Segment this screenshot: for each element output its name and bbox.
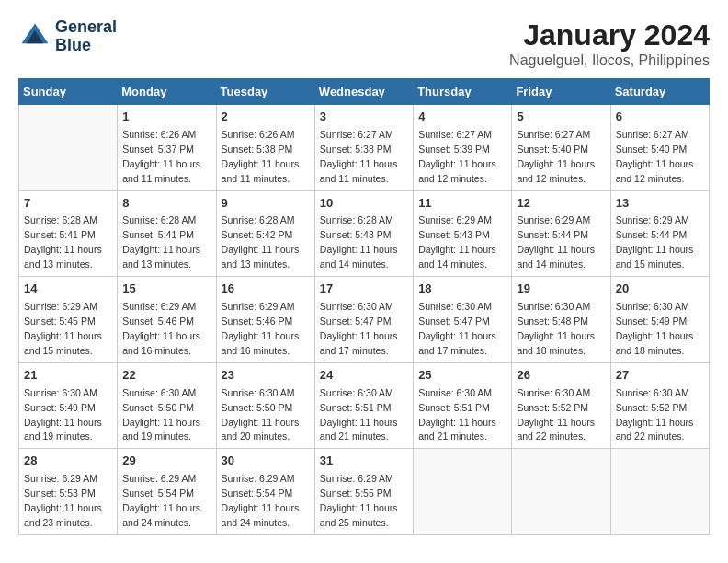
daylight-info: Daylight: 11 hours and 23 minutes. [24,502,102,528]
sunrise-info: Sunrise: 6:30 AM [320,301,393,312]
daylight-info: Daylight: 11 hours and 17 minutes. [320,330,398,356]
day-number: 22 [122,367,210,385]
daylight-info: Daylight: 11 hours and 14 minutes. [418,244,496,270]
calendar-cell: 19Sunrise: 6:30 AMSunset: 5:48 PMDayligh… [512,277,610,363]
sunrise-info: Sunrise: 6:28 AM [122,214,196,225]
calendar-cell: 26Sunrise: 6:30 AMSunset: 5:52 PMDayligh… [512,362,610,449]
sunset-info: Sunset: 5:52 PM [517,402,588,413]
sunrise-info: Sunrise: 6:29 AM [24,301,97,312]
daylight-info: Daylight: 11 hours and 13 minutes. [222,244,300,270]
daylight-info: Daylight: 11 hours and 13 minutes. [24,244,102,270]
sunrise-info: Sunrise: 6:30 AM [616,301,689,312]
calendar-cell: 2Sunrise: 6:26 AMSunset: 5:38 PMDaylight… [216,105,314,191]
day-number: 9 [222,195,310,213]
day-number: 25 [418,367,506,385]
daylight-info: Daylight: 11 hours and 17 minutes. [418,330,496,356]
calendar-cell: 28Sunrise: 6:29 AMSunset: 5:53 PMDayligh… [19,449,118,535]
daylight-info: Daylight: 11 hours and 19 minutes. [24,417,102,442]
sunset-info: Sunset: 5:41 PM [122,229,194,240]
header-cell-friday: Friday [512,79,610,105]
calendar-cell: 21Sunrise: 6:30 AMSunset: 5:49 PMDayligh… [19,362,118,449]
sunset-info: Sunset: 5:54 PM [222,488,293,499]
day-number: 30 [222,453,310,470]
daylight-info: Daylight: 11 hours and 12 minutes. [517,158,595,184]
page-title: January 2024 [509,18,710,52]
sunrise-info: Sunrise: 6:30 AM [222,387,295,398]
daylight-info: Daylight: 11 hours and 19 minutes. [122,417,200,442]
daylight-info: Daylight: 11 hours and 14 minutes. [517,244,595,270]
daylight-info: Daylight: 11 hours and 11 minutes. [122,158,200,184]
sunset-info: Sunset: 5:38 PM [320,144,392,155]
calendar-cell: 27Sunrise: 6:30 AMSunset: 5:52 PMDayligh… [610,362,709,449]
day-number: 24 [320,367,408,385]
day-number: 12 [517,195,605,213]
sunrise-info: Sunrise: 6:29 AM [222,473,295,484]
calendar-table: SundayMondayTuesdayWednesdayThursdayFrid… [18,78,710,535]
calendar-cell: 5Sunrise: 6:27 AMSunset: 5:40 PMDaylight… [512,105,610,191]
sunset-info: Sunset: 5:49 PM [616,316,688,327]
sunset-info: Sunset: 5:47 PM [320,316,392,327]
sunset-info: Sunset: 5:50 PM [122,402,194,413]
calendar-cell: 11Sunrise: 6:29 AMSunset: 5:43 PMDayligh… [414,190,512,277]
calendar-cell: 16Sunrise: 6:29 AMSunset: 5:46 PMDayligh… [216,277,314,363]
sunrise-info: Sunrise: 6:28 AM [222,214,295,225]
daylight-info: Daylight: 11 hours and 14 minutes. [320,244,398,270]
daylight-info: Daylight: 11 hours and 11 minutes. [320,158,398,184]
sunset-info: Sunset: 5:51 PM [320,402,392,413]
sunrise-info: Sunrise: 6:30 AM [517,387,590,398]
day-number: 5 [517,109,605,126]
calendar-cell: 24Sunrise: 6:30 AMSunset: 5:51 PMDayligh… [314,362,413,449]
calendar-cell: 31Sunrise: 6:29 AMSunset: 5:55 PMDayligh… [314,449,413,535]
day-number: 23 [222,367,310,385]
logo-icon [18,20,51,53]
sunset-info: Sunset: 5:40 PM [517,144,588,155]
sunset-info: Sunset: 5:41 PM [24,229,96,240]
day-number: 20 [616,281,704,298]
header-cell-sunday: Sunday [19,79,118,105]
sunset-info: Sunset: 5:47 PM [418,316,490,327]
sunset-info: Sunset: 5:46 PM [222,316,293,327]
sunrise-info: Sunrise: 6:30 AM [616,387,689,398]
calendar-cell: 3Sunrise: 6:27 AMSunset: 5:38 PMDaylight… [314,105,413,191]
calendar-cell [414,449,512,535]
header-row: SundayMondayTuesdayWednesdayThursdayFrid… [19,79,710,105]
day-number: 2 [222,109,310,126]
header-cell-thursday: Thursday [414,79,512,105]
calendar-cell: 17Sunrise: 6:30 AMSunset: 5:47 PMDayligh… [314,277,413,363]
day-number: 21 [24,367,112,385]
sunrise-info: Sunrise: 6:27 AM [517,129,590,140]
sunrise-info: Sunrise: 6:30 AM [517,301,590,312]
calendar-cell: 6Sunrise: 6:27 AMSunset: 5:40 PMDaylight… [610,105,709,191]
page-header: General Blue January 2024 Naguelguel, Il… [18,18,710,69]
daylight-info: Daylight: 11 hours and 12 minutes. [616,158,694,184]
sunset-info: Sunset: 5:52 PM [616,402,688,413]
daylight-info: Daylight: 11 hours and 24 minutes. [122,502,200,528]
day-number: 14 [24,281,112,298]
sunrise-info: Sunrise: 6:29 AM [517,214,590,225]
sunrise-info: Sunrise: 6:30 AM [418,301,492,312]
calendar-cell: 12Sunrise: 6:29 AMSunset: 5:44 PMDayligh… [512,190,610,277]
sunset-info: Sunset: 5:49 PM [24,402,96,413]
page-subtitle: Naguelguel, Ilocos, Philippines [509,52,710,69]
daylight-info: Daylight: 11 hours and 24 minutes. [222,502,300,528]
calendar-week-4: 21Sunrise: 6:30 AMSunset: 5:49 PMDayligh… [19,362,710,449]
sunset-info: Sunset: 5:43 PM [418,229,490,240]
sunset-info: Sunset: 5:37 PM [122,144,194,155]
daylight-info: Daylight: 11 hours and 20 minutes. [222,417,300,442]
calendar-week-5: 28Sunrise: 6:29 AMSunset: 5:53 PMDayligh… [19,449,710,535]
day-number: 31 [320,453,408,470]
sunrise-info: Sunrise: 6:30 AM [418,387,492,398]
day-number: 3 [320,109,408,126]
sunset-info: Sunset: 5:44 PM [517,229,588,240]
sunrise-info: Sunrise: 6:29 AM [122,301,196,312]
calendar-cell [610,449,709,535]
sunset-info: Sunset: 5:40 PM [616,144,688,155]
sunset-info: Sunset: 5:45 PM [24,316,96,327]
sunrise-info: Sunrise: 6:29 AM [418,214,492,225]
day-number: 8 [122,195,210,213]
daylight-info: Daylight: 11 hours and 16 minutes. [122,330,200,356]
calendar-week-3: 14Sunrise: 6:29 AMSunset: 5:45 PMDayligh… [19,277,710,363]
day-number: 27 [616,367,704,385]
sunrise-info: Sunrise: 6:29 AM [24,473,97,484]
logo-text: General Blue [55,18,117,55]
